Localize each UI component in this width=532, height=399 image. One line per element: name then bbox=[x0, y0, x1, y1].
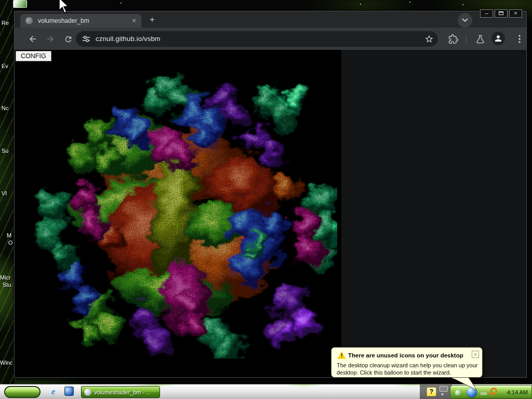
address-bar[interactable]: cznull.github.io/vsbm bbox=[76, 31, 438, 47]
desktop-icon-label[interactable]: Re bbox=[2, 20, 14, 26]
browser-window: volumeshader_bm × + – × bbox=[14, 11, 527, 378]
desktop-icon-label[interactable]: M bbox=[7, 232, 14, 239]
star-dot bbox=[360, 4, 361, 5]
maximize-icon bbox=[499, 11, 503, 15]
orange-magnifier-icon[interactable] bbox=[490, 388, 497, 394]
connector-icon[interactable] bbox=[480, 392, 487, 395]
internet-explorer-icon[interactable]: e bbox=[51, 387, 61, 396]
tab-volumeshader[interactable]: volumeshader_bm × bbox=[20, 14, 141, 28]
bookmark-star-icon[interactable] bbox=[424, 34, 434, 44]
menu-dots-icon[interactable] bbox=[513, 33, 526, 45]
window-close-button[interactable]: × bbox=[509, 9, 522, 18]
balloon-title: There are unused icons on your desktop bbox=[348, 352, 463, 358]
desktop-icon-picture[interactable] bbox=[13, 0, 27, 8]
config-button[interactable]: CONFIG bbox=[16, 51, 51, 61]
toolbar-separator bbox=[466, 35, 467, 43]
task-button-label: volumeshader_bm - ... bbox=[94, 389, 157, 395]
webgl-canvas[interactable]: CONFIG bbox=[15, 50, 341, 377]
desktop-icon-label[interactable]: Su bbox=[2, 148, 14, 154]
url-text[interactable]: cznull.github.io/vsbm bbox=[96, 35, 161, 43]
desktop-icon-label[interactable]: O bbox=[8, 240, 14, 246]
new-tab-button[interactable]: + bbox=[147, 15, 158, 26]
window-minimize-button[interactable]: – bbox=[480, 9, 493, 18]
window-maximize-button[interactable] bbox=[495, 9, 508, 18]
task-globe-icon bbox=[84, 389, 91, 396]
page-content: CONFIG bbox=[15, 50, 526, 377]
desktop-icon-label[interactable]: Ev bbox=[2, 63, 14, 70]
desktop-icon-label[interactable]: Nc bbox=[2, 105, 14, 112]
start-button[interactable] bbox=[4, 386, 41, 398]
balloon-body-text: The desktop cleanup wizard can help you … bbox=[337, 362, 481, 376]
star-dot bbox=[409, 2, 410, 3]
desktop-cleanup-balloon[interactable]: ! There are unused icons on your desktop… bbox=[331, 347, 483, 378]
desktop-icon-label[interactable]: Winc bbox=[0, 360, 14, 366]
quick-launch-app-icon[interactable] bbox=[64, 387, 74, 396]
clock[interactable]: 4:14 AM bbox=[507, 389, 528, 395]
star-dot bbox=[462, 4, 463, 5]
balloon-close-icon[interactable]: × bbox=[472, 351, 479, 358]
desktop-icon-label[interactable]: Stu bbox=[3, 282, 14, 288]
star-dot bbox=[121, 3, 122, 4]
hide-icons-chevron-icon[interactable]: ▾ bbox=[441, 392, 444, 397]
tab-search-chevron-icon[interactable] bbox=[458, 13, 472, 28]
reload-button[interactable] bbox=[61, 32, 75, 46]
profile-avatar-icon[interactable] bbox=[491, 32, 505, 45]
taskbar-task-button[interactable]: volumeshader_bm - ... bbox=[81, 386, 160, 398]
volume-fractal-render bbox=[19, 70, 337, 358]
tab-close-icon[interactable]: × bbox=[130, 17, 138, 25]
globe-favicon-icon bbox=[25, 17, 33, 24]
back-button[interactable] bbox=[26, 32, 39, 46]
mouse-cursor bbox=[56, 0, 71, 15]
forward-button[interactable] bbox=[44, 32, 57, 46]
tab-strip: volumeshader_bm × + – × bbox=[15, 11, 526, 28]
desktop-icon-label[interactable]: Micr bbox=[0, 274, 14, 281]
tab-title: volumeshader_bm bbox=[38, 17, 89, 24]
balloon-tail bbox=[331, 378, 483, 391]
desktop-icon-label[interactable]: VI bbox=[2, 190, 14, 197]
browser-toolbar: cznull.github.io/vsbm bbox=[15, 28, 526, 50]
experiments-flask-icon[interactable] bbox=[474, 33, 486, 45]
extensions-puzzle-icon[interactable] bbox=[447, 33, 459, 45]
warning-triangle-icon: ! bbox=[337, 351, 346, 359]
site-settings-tune-icon[interactable] bbox=[82, 35, 90, 43]
